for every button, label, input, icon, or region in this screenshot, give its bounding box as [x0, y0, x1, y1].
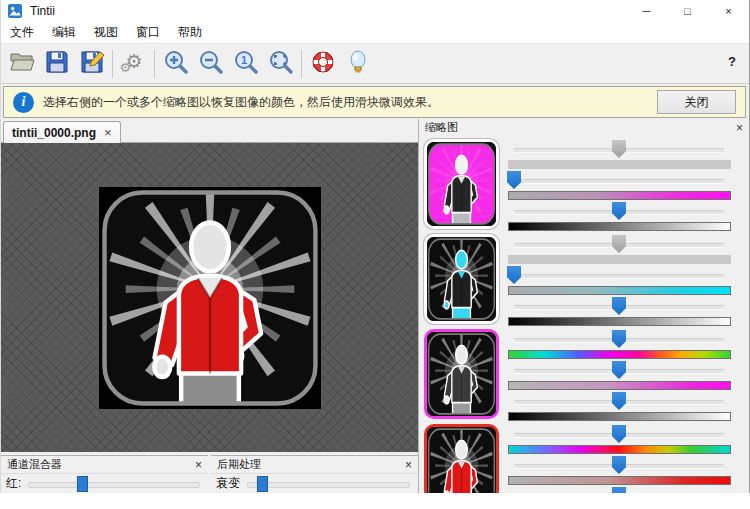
tab-close-icon[interactable]: ×: [104, 125, 112, 140]
thumbnail-row-channel-cyan: [419, 231, 749, 326]
thumbnail-channel-cyan[interactable]: [424, 234, 499, 324]
bottom-panels: 通道混合器×红:后期处理×衰变: [1, 455, 418, 493]
lightness-slider-handle[interactable]: [612, 487, 626, 493]
slider-handle[interactable]: [257, 476, 268, 492]
saturation-slider-handle[interactable]: [612, 361, 626, 379]
thumbnail-row-channel-red: [419, 421, 749, 493]
hue-gradient-bar: [508, 160, 731, 169]
toolbar-zoom-original-button[interactable]: 1: [228, 47, 263, 80]
menu-item-view[interactable]: 视图: [85, 22, 127, 43]
thumbnail-channel-magenta[interactable]: [424, 329, 499, 419]
hue-slider-handle[interactable]: [612, 425, 626, 443]
toolbar-save-button[interactable]: [39, 47, 74, 80]
slider-track[interactable]: [28, 482, 200, 488]
tab-bar: tintii_0000.png ×: [1, 119, 418, 143]
lightness-slider-handle[interactable]: [612, 202, 626, 220]
save-as-icon: [79, 49, 105, 79]
work-area: tintii_0000.png × 通道混合器×红:后期处理×衰变 缩略图 ×: [1, 119, 749, 493]
panel-post-processing-content: 衰变: [211, 474, 418, 493]
thumbnails-panel: 缩略图 ×: [419, 119, 749, 493]
toolbar-settings-button[interactable]: ⚙⚙: [116, 47, 151, 80]
thumbnail-row-channel-magenta: [419, 326, 749, 421]
saturation-slider-handle[interactable]: [507, 171, 521, 189]
close-button[interactable]: ×: [708, 0, 749, 22]
toolbar-separator: [301, 50, 302, 78]
toolbar-help-button[interactable]: [305, 47, 340, 80]
menu-item-help[interactable]: 帮助: [169, 22, 211, 43]
zoom-fit-icon: [268, 49, 294, 79]
app-window: Tintii ─ □ × 文件编辑视图窗口帮助 ⚙⚙1? i 选择右侧的一个或多…: [0, 0, 750, 493]
menu-item-file[interactable]: 文件: [1, 22, 43, 43]
toolbar-open-button[interactable]: [4, 47, 39, 80]
thumbnail-channel-red[interactable]: [424, 424, 499, 493]
lightness-slider-handle[interactable]: [612, 392, 626, 410]
panel-close-icon[interactable]: ×: [405, 458, 412, 472]
gears-icon: ⚙⚙: [121, 51, 147, 77]
thumbnail-channel-magenta-bg-saturation-slider: [507, 169, 744, 200]
hue-slider-handle[interactable]: [612, 330, 626, 348]
toolbar-zoom-fit-button[interactable]: [263, 47, 298, 80]
info-message: 选择右侧的一个或多个缩略图以恢复图像的颜色，然后使用滑块微调效果。: [43, 94, 439, 111]
thumbnail-channel-magenta-sliders: [507, 328, 744, 421]
window-title: Tintii: [30, 4, 55, 18]
lightness-gradient-bar: [508, 222, 731, 231]
document-area: tintii_0000.png × 通道混合器×红:后期处理×衰变: [1, 119, 419, 493]
toolbar-separator: [112, 50, 113, 78]
lightbulb-icon: [345, 49, 371, 79]
toolbar-save-as-button[interactable]: [74, 47, 109, 80]
maximize-button[interactable]: □: [667, 0, 708, 22]
thumbnail-channel-red-saturation-slider: [507, 454, 744, 485]
toolbar: ⚙⚙1?: [1, 43, 749, 84]
hue-slider-handle[interactable]: [612, 140, 626, 158]
thumbnail-channel-magenta-lightness-slider: [507, 390, 744, 421]
menu-bar: 文件编辑视图窗口帮助: [1, 22, 749, 43]
tab-tintii-0000[interactable]: tintii_0000.png ×: [3, 121, 121, 143]
save-icon: [44, 49, 70, 79]
saturation-slider-track[interactable]: [514, 179, 724, 184]
lightness-slider-handle[interactable]: [612, 297, 626, 315]
slider-handle[interactable]: [77, 476, 88, 492]
folder-open-icon: [9, 49, 35, 79]
thumbnail-channel-magenta-hue-slider: [507, 328, 744, 359]
window-controls: ─ □ ×: [626, 0, 749, 22]
zoom-in-icon: [163, 49, 189, 79]
hue-slider-handle[interactable]: [612, 235, 626, 253]
panel-post-processing-header: 后期处理×: [211, 456, 418, 474]
panel-channel-mixer-slider: [28, 475, 200, 493]
saturation-slider-handle[interactable]: [612, 456, 626, 474]
info-close-button[interactable]: 关闭: [657, 90, 736, 114]
thumbnails-panel-title: 缩略图: [425, 120, 458, 135]
thumbnail-channel-cyan-hue-slider: [507, 233, 744, 264]
thumbnail-channel-magenta-bg[interactable]: [424, 139, 499, 229]
saturation-gradient-bar: [508, 381, 731, 390]
thumbnail-channel-red-hue-slider: [507, 423, 744, 454]
screenshot-bottom-margin: [0, 493, 750, 509]
whats-this-button[interactable]: ?: [728, 54, 736, 69]
thumbnail-channel-magenta-saturation-slider: [507, 359, 744, 390]
menu-item-edit[interactable]: 编辑: [43, 22, 85, 43]
thumbnail-channel-red-sliders: [507, 423, 744, 493]
title-bar: Tintii ─ □ ×: [1, 0, 749, 22]
minimize-button[interactable]: ─: [626, 0, 667, 22]
saturation-slider-handle[interactable]: [507, 266, 521, 284]
panel-channel-mixer-header: 通道混合器×: [1, 456, 208, 474]
menu-item-window[interactable]: 窗口: [127, 22, 169, 43]
thumbnail-channel-cyan-saturation-slider: [507, 264, 744, 295]
toolbar-zoom-out-button[interactable]: [193, 47, 228, 80]
lightness-gradient-bar: [508, 317, 731, 326]
svg-text:1: 1: [240, 54, 246, 66]
thumbnails-panel-close-icon[interactable]: ×: [736, 121, 743, 135]
thumbnail-channel-magenta-bg-hue-slider: [507, 138, 744, 169]
info-bar: i 选择右侧的一个或多个缩略图以恢复图像的颜色，然后使用滑块微调效果。 关闭: [3, 86, 746, 118]
saturation-slider-track[interactable]: [514, 274, 724, 279]
panel-close-icon[interactable]: ×: [195, 458, 202, 472]
panel-title: 后期处理: [217, 457, 261, 472]
image-canvas[interactable]: [1, 143, 418, 452]
toolbar-zoom-in-button[interactable]: [158, 47, 193, 80]
thumbnail-rows: [419, 136, 749, 493]
thumbnail-channel-cyan-sliders: [507, 233, 744, 326]
toolbar-hint-button[interactable]: [340, 47, 375, 80]
slider-track[interactable]: [247, 482, 410, 488]
main-image: [99, 187, 321, 409]
hue-gradient-bar: [508, 255, 731, 264]
